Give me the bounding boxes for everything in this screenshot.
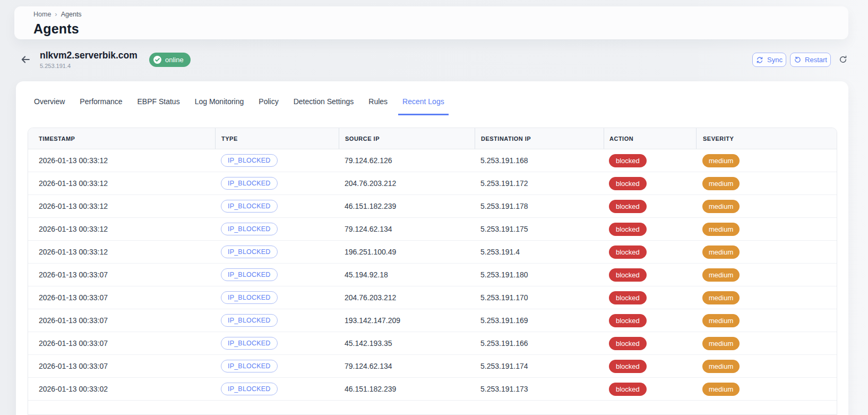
cell-timestamp: 2026-01-13 00:33:07 (28, 332, 215, 354)
table-row: 2026-01-13 00:33:07IP_BLOCKED193.142.147… (28, 309, 837, 332)
severity-badge: medium (702, 223, 740, 236)
cell-destination-ip: 5.253.191.178 (475, 195, 604, 217)
cell-source-ip: 46.151.182.239 (339, 195, 475, 217)
type-badge: IP_BLOCKED (221, 291, 278, 304)
cell-severity: medium (696, 332, 837, 354)
cell-destination-ip: 5.253.191.168 (475, 149, 604, 172)
action-badge: blocked (609, 360, 647, 373)
cell-severity: medium (696, 309, 837, 332)
cell-action: blocked (604, 332, 696, 354)
column-header-source-ip: SOURCE IP (339, 128, 475, 149)
tabs: OverviewPerformanceEBPF StatusLog Monito… (30, 96, 449, 115)
cell-action: blocked (604, 195, 696, 217)
cell-type: IP_BLOCKED (215, 264, 339, 286)
cell-severity: medium (696, 241, 837, 263)
restart-button[interactable]: Restart (790, 53, 831, 67)
cell-source-ip: 46.151.182.239 (339, 378, 475, 400)
severity-badge: medium (702, 314, 740, 327)
type-badge: IP_BLOCKED (221, 200, 278, 213)
column-header-type: TYPE (215, 128, 339, 149)
cell-type: IP_BLOCKED (215, 355, 339, 377)
cell-action: blocked (604, 241, 696, 263)
action-badge: blocked (609, 200, 647, 213)
chevron-right-icon: › (55, 10, 57, 18)
log-table-header: TIMESTAMPTYPESOURCE IPDESTINATION IPACTI… (28, 128, 837, 149)
back-button[interactable] (19, 53, 32, 66)
cell-timestamp: 2026-01-13 00:33:07 (28, 286, 215, 309)
cell-type: IP_BLOCKED (215, 218, 339, 240)
table-row: 2026-01-13 00:33:02IP_BLOCKED46.151.182.… (28, 378, 837, 401)
tab-policy[interactable]: Policy (254, 96, 282, 115)
tab-overview[interactable]: Overview (30, 96, 69, 115)
agent-detail-card: OverviewPerformanceEBPF StatusLog Monito… (16, 81, 848, 415)
tab-rules[interactable]: Rules (364, 96, 392, 115)
cell-type: IP_BLOCKED (215, 172, 339, 194)
recent-logs-table: TIMESTAMPTYPESOURCE IPDESTINATION IPACTI… (28, 128, 837, 415)
type-badge: IP_BLOCKED (221, 154, 278, 167)
cell-source-ip: 79.124.62.134 (339, 355, 475, 377)
type-badge: IP_BLOCKED (221, 245, 278, 258)
severity-badge: medium (702, 154, 740, 167)
agent-header-bar: nlkvm2.serverbik.com 5.253.191.4 online … (0, 47, 868, 73)
cell-timestamp: 2026-01-13 00:33:12 (28, 195, 215, 217)
cell-source-ip: 196.251.100.49 (339, 241, 475, 263)
cell-action: blocked (604, 309, 696, 332)
sync-button[interactable]: Sync (752, 53, 786, 67)
tab-detection-settings[interactable]: Detection Settings (289, 96, 358, 115)
cell-destination-ip: 5.253.191.166 (475, 332, 604, 354)
cell-type: IP_BLOCKED (215, 378, 339, 400)
type-badge: IP_BLOCKED (221, 268, 278, 281)
tab-ebpf-status[interactable]: EBPF Status (133, 96, 184, 115)
refresh-button[interactable] (838, 54, 848, 65)
cell-type: IP_BLOCKED (215, 309, 339, 332)
cell-severity: medium (696, 355, 837, 377)
cell-severity: medium (696, 172, 837, 194)
cell-source-ip: 45.142.193.35 (339, 332, 475, 354)
restart-button-label: Restart (805, 56, 827, 64)
severity-badge: medium (702, 177, 740, 190)
type-badge: IP_BLOCKED (221, 223, 278, 235)
breadcrumb: Home › Agents (33, 10, 82, 18)
cell-severity: medium (696, 264, 837, 286)
cell-action: blocked (604, 355, 696, 377)
action-badge: blocked (609, 154, 647, 167)
cell-timestamp: 2026-01-13 00:33:07 (28, 264, 215, 286)
table-row: 2026-01-13 00:33:12IP_BLOCKED196.251.100… (28, 241, 837, 264)
column-header-destination-ip: DESTINATION IP (475, 128, 604, 149)
cell-severity: medium (696, 286, 837, 309)
cell-destination-ip: 5.253.191.172 (475, 172, 604, 194)
table-row: 2026-01-13 00:33:07IP_BLOCKED79.124.62.1… (28, 355, 837, 378)
cell-destination-ip: 5.253.191.174 (475, 355, 604, 377)
action-badge: blocked (609, 223, 647, 236)
cell-action: blocked (604, 264, 696, 286)
cell-source-ip: 45.194.92.18 (339, 264, 475, 286)
cell-type: IP_BLOCKED (215, 286, 339, 309)
cell-source-ip: 204.76.203.212 (339, 286, 475, 309)
tab-performance[interactable]: Performance (75, 96, 126, 115)
cell-action: blocked (604, 172, 696, 194)
cell-severity: medium (696, 149, 837, 172)
cell-type: IP_BLOCKED (215, 332, 339, 354)
agent-ip: 5.253.191.4 (40, 63, 71, 69)
column-header-action: ACTION (604, 128, 696, 149)
column-header-severity: SEVERITY (696, 128, 837, 149)
cell-destination-ip: 5.253.191.173 (475, 378, 604, 400)
severity-badge: medium (702, 360, 740, 373)
type-badge: IP_BLOCKED (221, 337, 278, 350)
cell-destination-ip: 5.253.191.170 (475, 286, 604, 309)
cell-timestamp: 2026-01-13 00:33:12 (28, 172, 215, 194)
cell-timestamp: 2026-01-13 00:33:02 (28, 378, 215, 400)
tab-recent-logs[interactable]: Recent Logs (398, 96, 449, 115)
breadcrumb-current: Agents (61, 11, 82, 18)
log-table-body: 2026-01-13 00:33:12IP_BLOCKED79.124.62.1… (28, 149, 837, 401)
cell-action: blocked (604, 218, 696, 240)
sync-icon (756, 56, 763, 64)
breadcrumb-home-link[interactable]: Home (33, 11, 51, 18)
cell-timestamp: 2026-01-13 00:33:12 (28, 149, 215, 172)
restart-icon (794, 56, 801, 64)
table-row: 2026-01-13 00:33:12IP_BLOCKED46.151.182.… (28, 195, 837, 218)
table-row: 2026-01-13 00:33:12IP_BLOCKED204.76.203.… (28, 172, 837, 195)
tab-log-monitoring[interactable]: Log Monitoring (191, 96, 248, 115)
cell-action: blocked (604, 286, 696, 309)
table-row: 2026-01-13 00:33:07IP_BLOCKED45.142.193.… (28, 332, 837, 355)
